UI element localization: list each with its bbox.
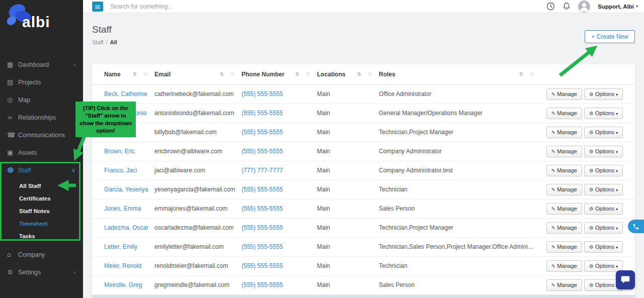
staff-email: ericbrown@albiware.com — [154, 148, 222, 155]
options-button[interactable]: ⚙ Options ▾ — [584, 241, 623, 253]
filter-icon[interactable]: ▽ — [144, 72, 147, 77]
sidebar-item-projects[interactable]: ▤ Projects — [0, 73, 83, 91]
options-button[interactable]: ⚙ Options ▾ — [584, 108, 623, 119]
pencil-icon: ✎ — [551, 130, 555, 135]
chevron-left-icon: ‹ — [73, 149, 76, 156]
pencil-icon: ✎ — [551, 225, 555, 231]
pencil-icon: ✎ — [551, 263, 555, 269]
staff-phone-link[interactable]: (555) 555-5555 — [242, 262, 283, 269]
manage-button[interactable]: ✎ Manage — [546, 146, 582, 157]
manage-button[interactable]: ✎ Manage — [546, 108, 582, 119]
brand-logo[interactable]: albi — [0, 0, 83, 48]
staff-phone-link[interactable]: (555) 555-5555 — [242, 224, 283, 231]
manage-button[interactable]: ✎ Manage — [546, 260, 582, 272]
sort-icon[interactable]: ⇅ — [519, 71, 523, 77]
chat-widget-button[interactable] — [616, 270, 635, 289]
column-header-name[interactable]: Name ⇅ ▽ — [92, 64, 154, 84]
menu-toggle-button[interactable]: ≡ — [92, 2, 103, 12]
sidebar-item-dashboard[interactable]: ▦ Dashboard ‹ — [0, 56, 83, 73]
phone-call-tab[interactable] — [628, 220, 644, 233]
sort-icon[interactable]: ⇅ — [357, 71, 361, 77]
manage-button[interactable]: ✎ Manage — [546, 241, 582, 253]
staff-phone-link[interactable]: (555) 555-5555 — [242, 186, 283, 193]
column-header-email[interactable]: Email ⇅ ▽ — [154, 64, 242, 84]
options-button[interactable]: ⚙ Options ▾ — [584, 88, 623, 100]
sidebar-item-certificates[interactable]: Certificates — [0, 192, 83, 205]
column-header-roles[interactable]: Roles ⇅ ▽ — [379, 64, 541, 84]
staff-name-link[interactable]: Beck, Catherine — [104, 90, 147, 97]
sort-icon[interactable]: ⇅ — [133, 71, 137, 77]
sidebar-item-map[interactable]: ◎ Map — [0, 91, 83, 109]
sidebar-item-company[interactable]: ⌂ Company — [0, 246, 83, 263]
sidebar-item-communications[interactable]: ☎ Communications — [0, 126, 83, 144]
hamburger-icon: ≡ — [95, 3, 101, 11]
staff-phone-link[interactable]: (777) 777-7777 — [242, 167, 283, 174]
history-clock-icon[interactable] — [546, 2, 555, 11]
options-button[interactable]: ⚙ Options ▾ — [584, 146, 623, 157]
sidebar-item-tasks[interactable]: Tasks — [0, 230, 83, 243]
sidebar-item-staff[interactable]: ☻ Staff ∨ — [0, 161, 83, 179]
staff-phone-link[interactable]: (555) 555-5555 — [242, 110, 283, 117]
filter-icon[interactable]: ▽ — [231, 72, 234, 77]
filter-icon[interactable]: ▽ — [530, 72, 534, 77]
filter-icon[interactable]: ▽ — [368, 72, 372, 77]
options-button[interactable]: ⚙ Options ▾ — [584, 165, 623, 176]
chevron-down-icon: ▾ — [636, 4, 638, 9]
sidebar-item-assets[interactable]: ▣ Assets ‹ — [0, 144, 83, 161]
staff-email: emmajones@fakemail.com — [154, 205, 227, 212]
staff-phone-link[interactable]: (555) 555-5555 — [242, 243, 283, 250]
sidebar-item-staff-notes[interactable]: Staff Notes — [0, 205, 83, 218]
staff-name-link[interactable]: Jones, Emma — [104, 205, 141, 212]
avatar[interactable] — [578, 1, 590, 13]
staff-phone-link[interactable]: (555) 555-5555 — [242, 90, 283, 97]
staff-phone-link[interactable]: (555) 555-5555 — [242, 205, 283, 212]
sort-icon[interactable]: ⇅ — [220, 71, 224, 77]
chat-bubble-icon — [620, 275, 630, 285]
column-header-phone-number[interactable]: Phone Number ⇅ ▽ — [242, 64, 317, 84]
staff-name-link[interactable]: Brown, Eric — [104, 148, 135, 155]
manage-button[interactable]: ✎ Manage — [546, 88, 582, 100]
staff-phone-link[interactable]: (555) 555-5555 — [242, 129, 283, 136]
staff-name-link[interactable]: Garcia, Yesenya — [104, 186, 148, 193]
page-title: Staff — [92, 24, 635, 35]
manage-button[interactable]: ✎ Manage — [546, 222, 582, 234]
gear-icon: ⚙ — [589, 130, 594, 135]
sort-icon[interactable]: ⇅ — [295, 71, 299, 77]
staff-name-link[interactable]: Franco, Jaci — [104, 167, 137, 174]
staff-name-link[interactable]: Ladezma, Oscar — [104, 224, 148, 231]
options-button[interactable]: ⚙ Options ▾ — [584, 203, 623, 215]
manage-button[interactable]: ✎ Manage — [546, 203, 582, 215]
staff-phone-link[interactable]: (555) 555-5555 — [242, 281, 283, 288]
options-button[interactable]: ⚙ Options ▾ — [584, 184, 623, 195]
column-header-locations[interactable]: Locations ⇅ ▽ — [317, 64, 379, 84]
staff-table: Name ⇅ ▽ Email ⇅ ▽ Phone Number ⇅ ▽ Loca… — [92, 64, 635, 295]
options-button[interactable]: ⚙ Options ▾ — [584, 260, 623, 272]
caret-down-icon: ▾ — [616, 150, 618, 154]
options-button[interactable]: ⚙ Options ▾ — [584, 127, 623, 138]
table-row: Meier, Renold renoldmeier@fakemail.com (… — [92, 256, 635, 275]
sidebar-item-all-staff[interactable]: All Staff — [0, 180, 83, 192]
caret-down-icon: ▾ — [616, 188, 618, 192]
staff-roles: Office Administrator — [379, 90, 431, 97]
manage-button[interactable]: ✎ Manage — [546, 127, 582, 138]
staff-phone-link[interactable]: (555) 555-5555 — [242, 148, 283, 155]
notifications-bell-icon[interactable] — [562, 2, 571, 11]
user-menu[interactable]: Support, Albi ▾ — [598, 4, 638, 10]
staff-email: yesenyagarcia@fakemail.com — [154, 186, 235, 193]
search-input[interactable] — [110, 3, 546, 10]
manage-button[interactable]: ✎ Manage — [546, 279, 582, 291]
filter-icon[interactable]: ▽ — [306, 72, 310, 77]
breadcrumb-root[interactable]: Staff — [92, 39, 103, 45]
sidebar-item-timesheet[interactable]: Timesheet — [0, 218, 83, 230]
staff-name-link[interactable]: Meindle, Greg — [104, 281, 142, 288]
manage-button[interactable]: ✎ Manage — [546, 165, 582, 176]
staff-name-link[interactable]: Letter, Emily — [104, 243, 137, 250]
sidebar-item-relationships[interactable]: ∞ Relationships — [0, 109, 83, 126]
sidebar-item-settings[interactable]: ⚙ Settings ‹ — [0, 263, 83, 281]
create-new-button[interactable]: + Create New — [585, 30, 635, 43]
manage-button[interactable]: ✎ Manage — [546, 184, 582, 195]
staff-name-link[interactable]: Meier, Renold — [104, 262, 141, 269]
gear-icon: ⚙ — [589, 263, 594, 269]
caret-down-icon: ▾ — [616, 226, 618, 231]
options-button[interactable]: ⚙ Options ▾ — [584, 222, 623, 234]
